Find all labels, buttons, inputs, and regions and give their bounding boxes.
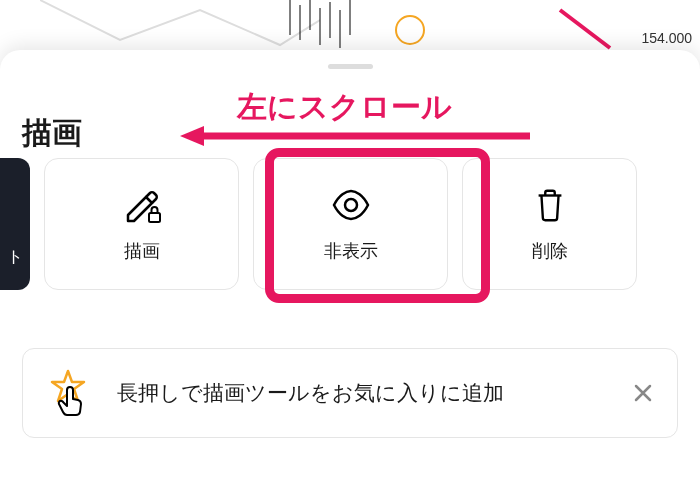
svg-rect-11	[149, 213, 160, 222]
eye-icon	[331, 185, 371, 225]
price-label: 154.000	[641, 30, 692, 46]
sheet-drag-handle[interactable]	[328, 64, 373, 69]
toolbar-partial-item[interactable]: ト	[0, 158, 30, 290]
toolbar-partial-label: ト	[7, 247, 23, 268]
candlestick-art	[280, 0, 700, 50]
tool-draw-label: 描画	[124, 239, 160, 263]
tool-delete[interactable]: 削除	[462, 158, 637, 290]
close-icon	[631, 381, 655, 405]
hint-card: 長押しで描画ツールをお気に入りに追加	[22, 348, 678, 438]
svg-point-12	[345, 199, 357, 211]
tool-delete-label: 削除	[532, 239, 568, 263]
drawing-toolbar[interactable]: ト 描画 非表示 削除	[0, 158, 700, 290]
tool-hide-label: 非表示	[324, 239, 378, 263]
hint-close-button[interactable]	[629, 379, 657, 407]
trash-icon	[530, 185, 570, 225]
hint-text: 長押しで描画ツールをお気に入りに追加	[117, 379, 605, 407]
annotation-scroll-left-text: 左にスクロール	[237, 87, 452, 128]
svg-point-7	[396, 16, 424, 44]
chart-line-art	[40, 0, 320, 50]
pencil-lock-icon	[122, 185, 162, 225]
svg-marker-10	[180, 126, 204, 146]
favorite-tap-icon	[43, 368, 93, 418]
svg-line-8	[560, 10, 610, 48]
tool-draw[interactable]: 描画	[44, 158, 239, 290]
tool-hide[interactable]: 非表示	[253, 158, 448, 290]
annotation-arrow-left	[180, 126, 530, 146]
